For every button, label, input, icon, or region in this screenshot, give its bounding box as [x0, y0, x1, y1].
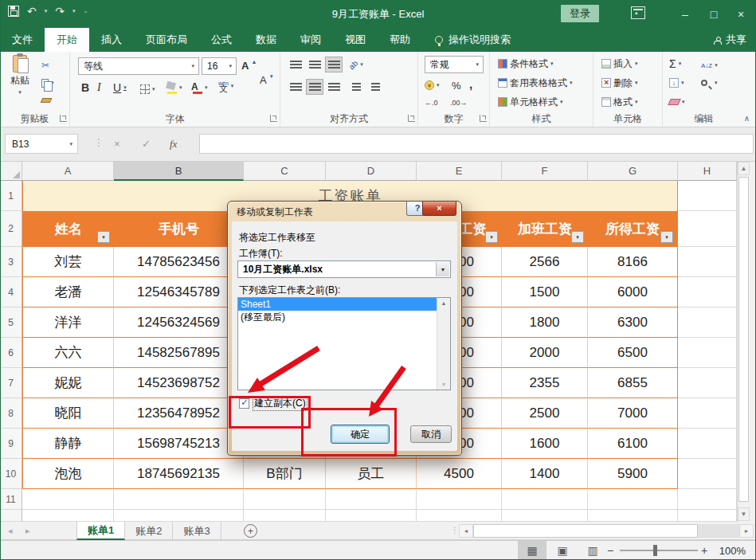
align-right-button[interactable] [325, 79, 343, 95]
empty-cell-r11c6[interactable] [588, 489, 678, 510]
page-layout-view-button[interactable]: ▣ [548, 541, 577, 560]
accounting-format-button[interactable]: ¥▾ [425, 78, 440, 92]
vertical-scroll-thumb[interactable] [738, 177, 749, 502]
row-header-8[interactable]: 8 [0, 398, 22, 429]
cell-H9[interactable] [678, 429, 737, 459]
empty-cell-partial-c3[interactable] [326, 510, 417, 522]
table-cell-r5c0[interactable]: 洋洋 [22, 307, 114, 338]
listbox-scrollbar[interactable]: ▲ ▼ [437, 298, 450, 390]
find-select-button[interactable]: ▾ [701, 76, 718, 90]
row-header-10[interactable]: 10 [0, 459, 22, 489]
hscroll-right-icon[interactable]: ▸ [739, 524, 754, 538]
format-as-table-button[interactable]: 套用表格格式▾ [498, 76, 573, 90]
sheet-listbox[interactable]: Sheet1(移至最后) ▲ ▼ [237, 297, 451, 390]
sheet-tab-账单2[interactable]: 账单2 [125, 522, 173, 540]
empty-cell-partial-c5[interactable] [502, 510, 588, 522]
cell-H10[interactable] [678, 459, 737, 489]
table-cell-r9c5[interactable]: 1600 [502, 429, 588, 459]
format-painter-button[interactable] [41, 93, 51, 108]
empty-cell-partial-c0[interactable] [22, 510, 114, 522]
format-cells-button[interactable]: 格式▾ [601, 95, 638, 109]
menu-tab-0[interactable]: 文件 [0, 28, 45, 52]
table-cell-r7c6[interactable]: 6855 [588, 368, 678, 398]
align-top-button[interactable] [287, 57, 304, 72]
paste-button[interactable]: 粘贴 ▾ [4, 55, 36, 109]
table-cell-r8c5[interactable]: 2500 [502, 398, 588, 429]
table-cell-r5c5[interactable]: 1800 [502, 307, 588, 338]
zoom-level[interactable]: 100% [712, 541, 746, 560]
cell-H7[interactable] [678, 368, 737, 398]
filter-button-0[interactable]: ▾ [97, 231, 110, 243]
list-scroll-down-icon[interactable]: ▼ [437, 382, 450, 387]
zoom-in-button[interactable]: + [701, 541, 707, 560]
table-cell-r4c5[interactable]: 1500 [502, 277, 588, 307]
column-header-A[interactable]: A [22, 162, 114, 181]
table-cell-r10c5[interactable]: 1400 [502, 459, 588, 489]
number-dialog-launcher-icon[interactable] [480, 115, 487, 122]
maximize-button[interactable]: □ [700, 0, 727, 28]
table-cell-r10c2[interactable]: B部门 [244, 459, 326, 489]
vertical-scrollbar[interactable]: ▲ ▼ [737, 162, 750, 522]
cell-H2[interactable] [678, 211, 737, 247]
empty-cell-r11c7[interactable] [678, 489, 737, 510]
filter-button-4[interactable]: ▾ [485, 231, 498, 243]
zoom-slider-track[interactable] [620, 550, 698, 551]
table-cell-r9c1[interactable]: 15698745213 [114, 429, 244, 459]
new-sheet-button[interactable]: + [244, 524, 257, 538]
table-cell-r8c6[interactable]: 7000 [588, 398, 678, 429]
fill-button[interactable]: ↓▾ [669, 76, 684, 90]
sheet-tab-账单1[interactable]: 账单1 [76, 522, 125, 540]
cell-H4[interactable] [678, 277, 737, 307]
table-cell-r6c0[interactable]: 六六 [22, 338, 114, 368]
table-header-5[interactable]: 加班工资▾ [502, 211, 588, 247]
comma-style-button[interactable]: , [469, 76, 472, 91]
row-header-1[interactable]: 1 [0, 181, 22, 211]
row-header-partial[interactable] [0, 510, 22, 522]
select-all-corner[interactable] [0, 162, 22, 181]
empty-cell-partial-c7[interactable] [678, 510, 737, 522]
sheet-list-item-1[interactable]: (移至最后) [238, 311, 437, 323]
number-format-combobox[interactable]: 常规▾ [425, 56, 484, 73]
horizontal-scroll-track[interactable] [698, 524, 739, 538]
cell-H5[interactable] [678, 307, 737, 338]
copy-button[interactable]: ▾ [41, 76, 54, 90]
row-header-4[interactable]: 4 [0, 277, 22, 307]
row-header-9[interactable]: 9 [0, 429, 22, 459]
login-button[interactable]: 登录 [561, 5, 599, 22]
borders-button[interactable]: ▾ [140, 82, 155, 96]
table-cell-r7c1[interactable]: 14523698752 [114, 368, 244, 398]
horizontal-scroll-thumb[interactable] [473, 524, 698, 538]
formula-input[interactable] [199, 134, 754, 154]
table-cell-r5c1[interactable]: 12456324569 [114, 307, 244, 338]
table-cell-r3c1[interactable]: 14785623456 [114, 247, 244, 277]
cancel-entry-icon[interactable]: × [114, 134, 120, 154]
column-header-B[interactable]: B [114, 162, 244, 181]
scroll-down-icon[interactable]: ▼ [738, 507, 750, 521]
column-header-H[interactable]: H [678, 162, 737, 181]
table-header-0[interactable]: 姓名▾ [22, 211, 114, 247]
table-cell-r6c1[interactable]: 14582567895 [114, 338, 244, 368]
table-cell-r7c5[interactable]: 2355 [502, 368, 588, 398]
increase-indent-button[interactable] [366, 79, 384, 95]
cell-styles-button[interactable]: 单元格样式▾ [498, 95, 563, 109]
row-header-2[interactable]: 2 [0, 211, 22, 247]
clipboard-dialog-launcher-icon[interactable] [60, 115, 67, 122]
confirm-entry-icon[interactable]: ✓ [142, 134, 151, 154]
align-bottom-button[interactable] [325, 57, 343, 72]
row-header-6[interactable]: 6 [0, 338, 22, 368]
table-cell-r10c4[interactable]: 4500 [417, 459, 502, 489]
zoom-out-button[interactable]: − [607, 541, 613, 560]
table-cell-r3c5[interactable]: 2566 [502, 247, 588, 277]
clear-button[interactable]: ▾ [669, 95, 685, 109]
empty-cell-r11c1[interactable] [114, 489, 244, 510]
decrease-indent-button[interactable] [347, 79, 365, 95]
hscroll-left-icon[interactable]: ◂ [459, 524, 473, 538]
empty-cell-partial-c4[interactable] [417, 510, 502, 522]
menu-tab-2[interactable]: 插入 [89, 28, 134, 52]
name-box[interactable]: B13▾ [5, 134, 78, 154]
column-header-C[interactable]: C [244, 162, 326, 181]
table-cell-r10c1[interactable]: 18745692135 [114, 459, 244, 489]
fill-color-button[interactable]: ▾ [166, 80, 182, 95]
table-cell-r4c6[interactable]: 6000 [588, 277, 678, 307]
autosum-button[interactable]: Σ▾ [669, 57, 681, 71]
